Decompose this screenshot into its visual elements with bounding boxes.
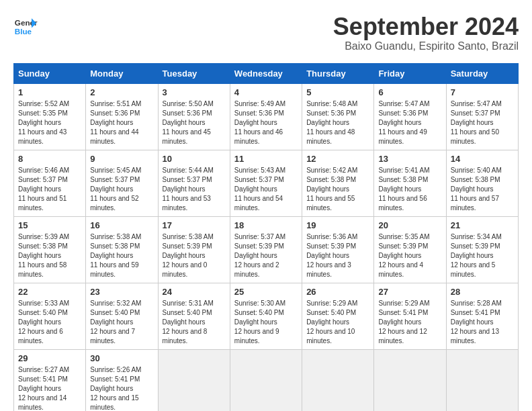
calendar-cell: 21Sunrise: 5:34 AMSunset: 5:39 PMDayligh… xyxy=(446,216,518,283)
logo-icon: General Blue xyxy=(13,13,38,38)
weekday-header-thursday: Thursday xyxy=(302,63,374,83)
calendar-cell: 30Sunrise: 5:26 AMSunset: 5:41 PMDayligh… xyxy=(86,349,158,411)
calendar-cell: 12Sunrise: 5:42 AMSunset: 5:38 PMDayligh… xyxy=(302,150,374,216)
day-details: Sunrise: 5:48 AMSunset: 5:36 PMDaylight … xyxy=(306,99,369,146)
calendar-cell: 5Sunrise: 5:48 AMSunset: 5:36 PMDaylight… xyxy=(302,83,374,150)
page-header: General Blue September 2024 Baixo Guandu… xyxy=(13,13,519,52)
day-details: Sunrise: 5:44 AMSunset: 5:37 PMDaylight … xyxy=(163,166,226,213)
calendar-row-3: 15Sunrise: 5:39 AMSunset: 5:38 PMDayligh… xyxy=(14,216,519,283)
calendar-cell: 13Sunrise: 5:41 AMSunset: 5:38 PMDayligh… xyxy=(374,150,446,216)
day-number: 29 xyxy=(18,353,81,363)
day-number: 21 xyxy=(451,220,514,230)
calendar-cell: 20Sunrise: 5:35 AMSunset: 5:39 PMDayligh… xyxy=(374,216,446,283)
month-title: September 2024 xyxy=(333,13,519,40)
calendar-cell xyxy=(446,349,518,411)
calendar-table: SundayMondayTuesdayWednesdayThursdayFrid… xyxy=(13,63,519,411)
calendar-cell xyxy=(374,349,446,411)
day-number: 6 xyxy=(378,87,441,97)
calendar-row-5: 29Sunrise: 5:27 AMSunset: 5:41 PMDayligh… xyxy=(14,349,519,411)
calendar-cell: 4Sunrise: 5:49 AMSunset: 5:36 PMDaylight… xyxy=(230,83,302,150)
calendar-cell: 1Sunrise: 5:52 AMSunset: 5:35 PMDaylight… xyxy=(14,83,86,150)
day-number: 16 xyxy=(90,220,153,230)
day-number: 15 xyxy=(18,220,81,230)
logo: General Blue xyxy=(13,13,38,38)
weekday-header-tuesday: Tuesday xyxy=(158,63,230,83)
calendar-cell: 25Sunrise: 5:30 AMSunset: 5:40 PMDayligh… xyxy=(230,283,302,349)
day-number: 13 xyxy=(378,154,441,164)
calendar-cell: 28Sunrise: 5:28 AMSunset: 5:41 PMDayligh… xyxy=(446,283,518,349)
calendar-cell: 22Sunrise: 5:33 AMSunset: 5:40 PMDayligh… xyxy=(14,283,86,349)
calendar-cell: 11Sunrise: 5:43 AMSunset: 5:37 PMDayligh… xyxy=(230,150,302,216)
calendar-cell: 17Sunrise: 5:38 AMSunset: 5:39 PMDayligh… xyxy=(158,216,230,283)
day-number: 17 xyxy=(163,220,226,230)
day-number: 3 xyxy=(163,87,226,97)
day-details: Sunrise: 5:49 AMSunset: 5:36 PMDaylight … xyxy=(234,99,298,146)
weekday-header-wednesday: Wednesday xyxy=(230,63,302,83)
day-details: Sunrise: 5:28 AMSunset: 5:41 PMDaylight … xyxy=(451,299,514,346)
day-details: Sunrise: 5:35 AMSunset: 5:39 PMDaylight … xyxy=(378,232,441,279)
calendar-cell: 10Sunrise: 5:44 AMSunset: 5:37 PMDayligh… xyxy=(158,150,230,216)
day-details: Sunrise: 5:31 AMSunset: 5:40 PMDaylight … xyxy=(163,299,226,346)
day-number: 25 xyxy=(234,287,298,297)
calendar-row-2: 8Sunrise: 5:46 AMSunset: 5:37 PMDaylight… xyxy=(14,150,519,216)
day-details: Sunrise: 5:30 AMSunset: 5:40 PMDaylight … xyxy=(234,299,298,346)
day-details: Sunrise: 5:38 AMSunset: 5:38 PMDaylight … xyxy=(90,232,153,279)
calendar-cell: 29Sunrise: 5:27 AMSunset: 5:41 PMDayligh… xyxy=(14,349,86,411)
calendar-cell: 8Sunrise: 5:46 AMSunset: 5:37 PMDaylight… xyxy=(14,150,86,216)
day-details: Sunrise: 5:34 AMSunset: 5:39 PMDaylight … xyxy=(451,232,514,279)
day-details: Sunrise: 5:27 AMSunset: 5:41 PMDaylight … xyxy=(18,365,81,411)
day-number: 22 xyxy=(18,287,81,297)
day-number: 14 xyxy=(451,154,514,164)
day-details: Sunrise: 5:36 AMSunset: 5:39 PMDaylight … xyxy=(306,232,369,279)
day-number: 10 xyxy=(163,154,226,164)
day-details: Sunrise: 5:38 AMSunset: 5:39 PMDaylight … xyxy=(163,232,226,279)
day-number: 1 xyxy=(18,87,81,97)
calendar-cell: 7Sunrise: 5:47 AMSunset: 5:37 PMDaylight… xyxy=(446,83,518,150)
day-details: Sunrise: 5:40 AMSunset: 5:38 PMDaylight … xyxy=(451,166,514,213)
calendar-cell: 6Sunrise: 5:47 AMSunset: 5:36 PMDaylight… xyxy=(374,83,446,150)
weekday-header-sunday: Sunday xyxy=(14,63,86,83)
day-details: Sunrise: 5:45 AMSunset: 5:37 PMDaylight … xyxy=(90,166,153,213)
calendar-cell: 3Sunrise: 5:50 AMSunset: 5:36 PMDaylight… xyxy=(158,83,230,150)
calendar-cell: 27Sunrise: 5:29 AMSunset: 5:41 PMDayligh… xyxy=(374,283,446,349)
day-number: 7 xyxy=(451,87,514,97)
day-number: 2 xyxy=(90,87,153,97)
calendar-cell: 24Sunrise: 5:31 AMSunset: 5:40 PMDayligh… xyxy=(158,283,230,349)
weekday-header-row: SundayMondayTuesdayWednesdayThursdayFrid… xyxy=(14,63,519,83)
day-number: 19 xyxy=(306,220,369,230)
day-number: 5 xyxy=(306,87,369,97)
weekday-header-monday: Monday xyxy=(86,63,158,83)
day-details: Sunrise: 5:50 AMSunset: 5:36 PMDaylight … xyxy=(163,99,226,146)
day-number: 8 xyxy=(18,154,81,164)
calendar-cell: 26Sunrise: 5:29 AMSunset: 5:40 PMDayligh… xyxy=(302,283,374,349)
day-details: Sunrise: 5:51 AMSunset: 5:36 PMDaylight … xyxy=(90,99,153,146)
day-details: Sunrise: 5:46 AMSunset: 5:37 PMDaylight … xyxy=(18,166,81,213)
calendar-row-4: 22Sunrise: 5:33 AMSunset: 5:40 PMDayligh… xyxy=(14,283,519,349)
day-number: 11 xyxy=(234,154,298,164)
day-number: 24 xyxy=(163,287,226,297)
day-number: 4 xyxy=(234,87,298,97)
day-number: 30 xyxy=(90,353,153,363)
calendar-cell: 2Sunrise: 5:51 AMSunset: 5:36 PMDaylight… xyxy=(86,83,158,150)
calendar-cell xyxy=(230,349,302,411)
title-block: September 2024 Baixo Guandu, Espirito Sa… xyxy=(333,13,519,52)
weekday-header-saturday: Saturday xyxy=(446,63,518,83)
location-subtitle: Baixo Guandu, Espirito Santo, Brazil xyxy=(333,40,519,52)
day-details: Sunrise: 5:43 AMSunset: 5:37 PMDaylight … xyxy=(234,166,298,213)
day-details: Sunrise: 5:39 AMSunset: 5:38 PMDaylight … xyxy=(18,232,81,279)
day-details: Sunrise: 5:33 AMSunset: 5:40 PMDaylight … xyxy=(18,299,81,346)
calendar-cell: 9Sunrise: 5:45 AMSunset: 5:37 PMDaylight… xyxy=(86,150,158,216)
day-details: Sunrise: 5:26 AMSunset: 5:41 PMDaylight … xyxy=(90,365,153,411)
day-number: 12 xyxy=(306,154,369,164)
day-details: Sunrise: 5:29 AMSunset: 5:40 PMDaylight … xyxy=(306,299,369,346)
day-number: 28 xyxy=(451,287,514,297)
day-number: 27 xyxy=(378,287,441,297)
day-number: 20 xyxy=(378,220,441,230)
day-details: Sunrise: 5:29 AMSunset: 5:41 PMDaylight … xyxy=(378,299,441,346)
day-number: 18 xyxy=(234,220,298,230)
day-details: Sunrise: 5:32 AMSunset: 5:40 PMDaylight … xyxy=(90,299,153,346)
calendar-cell: 16Sunrise: 5:38 AMSunset: 5:38 PMDayligh… xyxy=(86,216,158,283)
svg-text:Blue: Blue xyxy=(15,27,32,36)
day-number: 9 xyxy=(90,154,153,164)
calendar-cell: 15Sunrise: 5:39 AMSunset: 5:38 PMDayligh… xyxy=(14,216,86,283)
